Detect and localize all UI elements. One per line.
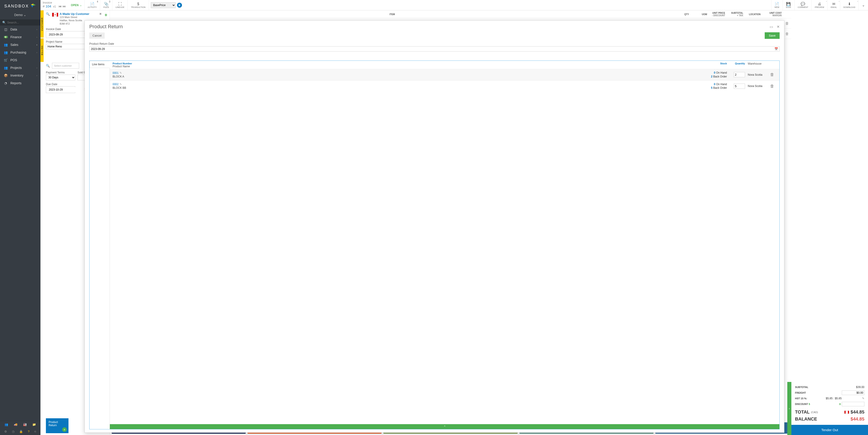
download-button[interactable]: ⌄⬇DOWNLOAD [840, 0, 859, 10]
expand-totals[interactable]: › [787, 382, 792, 435]
search-icon[interactable]: 🔍 [46, 12, 50, 16]
calculator-icon[interactable]: 🖩 [177, 3, 182, 8]
freight-input[interactable] [842, 391, 864, 395]
search-input[interactable] [7, 21, 38, 24]
payment-terms-select[interactable]: 30 Days [46, 74, 75, 80]
factory-icon[interactable]: 🏭 [23, 423, 27, 426]
activity-button[interactable]: 4📄ACTIVITY [84, 0, 100, 10]
comment-button[interactable]: 💬COMMENT [794, 0, 811, 10]
clear-customer-icon[interactable]: ✖ [99, 12, 102, 15]
new-button[interactable]: 📄NEW [771, 0, 782, 10]
product-return-card[interactable]: Product Return + [46, 418, 68, 433]
sidebar: SANDBOX Demo ⌄ 🔍 ◫Data› 💵Finance› 👥Sales… [0, 0, 40, 435]
discount-input[interactable] [842, 402, 864, 406]
edit-icon[interactable]: ✎ [120, 83, 122, 86]
edit-icon[interactable]: ✎ [120, 71, 122, 74]
more-button[interactable]: ⌄ [859, 0, 868, 10]
tender-out-button[interactable]: Tender Out [792, 425, 868, 435]
nav-sales[interactable]: 👥Sales› [0, 41, 40, 48]
prev-icon[interactable]: ⏮ [58, 4, 62, 8]
product-number-link[interactable]: 0002 [113, 83, 119, 86]
add-customer-icon[interactable]: + [104, 12, 107, 18]
close-icon[interactable]: ✕ [777, 25, 780, 29]
balance-label: BALANCE [795, 416, 817, 422]
lock-icon[interactable]: 🔒 [19, 430, 23, 433]
customer-tab[interactable]: CUSTOMER [40, 10, 43, 37]
people-icon[interactable]: 👥 [4, 423, 8, 426]
save-button[interactable]: Save [765, 32, 780, 39]
nav-purchasing[interactable]: 👥Purchasing› [0, 48, 40, 56]
hst-value: $5.85 : $5.85 [826, 397, 842, 400]
plus-icon[interactable]: + [62, 427, 67, 432]
status-dropdown[interactable]: OPEN ⌄ [69, 0, 84, 10]
line-items-tab[interactable]: Line Items [90, 61, 110, 68]
add-discount-icon[interactable]: ⊕ [839, 402, 841, 406]
nav-inventory[interactable]: 📦Inventory› [0, 72, 40, 79]
delete-line-icon[interactable]: 🗑 [768, 84, 777, 89]
nav-data[interactable]: ◫Data› [0, 26, 40, 33]
lineage-button[interactable]: ⛶LINEAGE [112, 0, 127, 10]
calendar-icon[interactable]: 📅 [774, 47, 778, 51]
search-icon[interactable]: 🔍 [46, 64, 50, 68]
email-button[interactable]: ⌄✉EMAIL [827, 0, 840, 10]
app-name: SANDBOX [4, 4, 29, 8]
return-qty-input[interactable] [734, 72, 745, 77]
subtotal-value: $39.00 [856, 386, 864, 389]
users-icon: 👥 [3, 43, 8, 46]
logout-icon[interactable]: ⎋ [34, 430, 36, 433]
context-selector[interactable]: Demo ⌄ [0, 11, 40, 20]
paperclip-icon: 📎 [104, 2, 108, 6]
clock-icon[interactable]: ◷ [12, 430, 14, 433]
save-button[interactable]: 💾SAVE [782, 0, 794, 10]
chart-icon: ◔ [3, 81, 8, 85]
customer-name[interactable]: A Made Up Customer [60, 12, 98, 15]
add-line-item-bar[interactable]: ⌃ [110, 424, 779, 429]
due-date-input[interactable]: 📅 [46, 86, 75, 93]
discount-label: DISCOUNT $ [795, 403, 810, 405]
email-icon: ✉ [832, 2, 835, 6]
maximize-icon[interactable]: ▭ [770, 25, 773, 29]
invoice-date-input[interactable]: 📅 [46, 31, 89, 38]
delete-line-icon[interactable]: 🗑 [768, 72, 777, 77]
help-icon[interactable]: ? [28, 430, 29, 433]
return-line-row: 0002✎BLOCK BB 0 On Hand5 Back Order Nova… [110, 80, 779, 92]
truck-icon[interactable]: 🚚 [14, 423, 18, 426]
edit-icon[interactable]: ✎ [862, 397, 864, 400]
nav-reports[interactable]: ◔Reports [0, 79, 40, 87]
tree-icon: ⛶ [118, 2, 122, 6]
delete-line-icon[interactable]: 🗑 [785, 22, 789, 26]
price-scheme-select[interactable]: BasePrice [151, 2, 176, 8]
chevron-right-icon: › [36, 51, 37, 54]
product-number-link[interactable]: 0001 [113, 71, 119, 74]
chevron-right-icon: › [36, 36, 37, 38]
files-button[interactable]: 0📎FILES [100, 0, 112, 10]
cancel-button[interactable]: Cancel [89, 33, 105, 39]
delete-line-icon[interactable]: 🗑 [785, 32, 789, 36]
gear-icon[interactable]: ⚙ [4, 430, 7, 433]
nav-finance[interactable]: 💵Finance› [0, 33, 40, 41]
select-customer-input[interactable]: Select customer [52, 63, 79, 69]
billing-tab[interactable]: BILLING [40, 38, 43, 62]
return-date-input[interactable]: 📅 [89, 46, 780, 52]
preview-button[interactable]: ⌄🖨PREVIEW [811, 0, 827, 10]
chevron-down-icon[interactable]: ⌄ [838, 0, 840, 2]
nav-pos[interactable]: 🛒POS [0, 56, 40, 64]
search-box[interactable]: 🔍 [0, 20, 40, 26]
nav-projects[interactable]: 👥Projects› [0, 64, 40, 72]
line-items-header: Product NumberProduct Name Stock Quantit… [110, 61, 779, 69]
app-logo: SANDBOX [0, 0, 40, 11]
transaction-button[interactable]: $TRANSACTION [127, 0, 149, 10]
chevron-down-icon: ⌄ [80, 3, 82, 7]
search-icon: 🔍 [2, 21, 6, 24]
next-icon[interactable]: ⏭ [63, 4, 66, 8]
topbar: Invoice # 104 v1 ⏮⏭ OPEN ⌄ 4📄ACTIVITY 0📎… [40, 0, 868, 10]
return-qty-input[interactable] [734, 83, 745, 89]
money-icon: 💵 [3, 35, 8, 39]
chevron-down-icon: ⌄ [862, 3, 865, 7]
chevron-down-icon[interactable]: ⌄ [826, 0, 827, 2]
logo-icon [30, 3, 36, 9]
archive-icon[interactable]: 📁 [32, 423, 36, 426]
freight-label: FREIGHT [795, 392, 806, 394]
totals-panel: › SUBTOTAL$39.00 FREIGHT HST 15 %:$5.85 … [791, 382, 868, 435]
chevron-down-icon[interactable]: ⌄ [857, 0, 859, 2]
